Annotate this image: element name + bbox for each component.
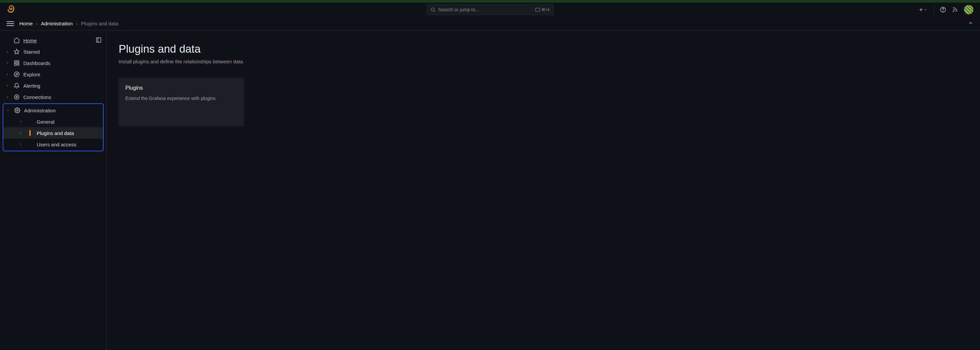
svg-rect-2 [536, 8, 540, 11]
home-icon [13, 37, 20, 43]
page-subtitle: Install plugins and define the relations… [119, 59, 968, 64]
chevron-down-icon [924, 8, 928, 12]
svg-line-1 [434, 11, 435, 12]
svg-marker-16 [16, 73, 18, 75]
sidebar-admin-group: Administration General Plugins and data [3, 103, 103, 151]
sidebar-label: Explore [23, 72, 102, 77]
svg-rect-12 [18, 60, 19, 62]
chevron-right-icon [5, 95, 10, 99]
card-description: Extend the Grafana experience with plugi… [125, 95, 237, 101]
breadcrumbs: Home › Administration › Plugins and data [19, 21, 118, 26]
svg-rect-11 [14, 60, 16, 62]
svg-point-19 [17, 110, 18, 111]
chevron-right-icon [18, 142, 23, 146]
page-title: Plugins and data [119, 43, 968, 55]
sidebar-label: Starred [23, 49, 102, 55]
grafana-logo[interactable] [7, 5, 16, 14]
search-icon [430, 7, 436, 12]
svg-rect-13 [14, 64, 16, 65]
sidebar-item-starred[interactable]: Starred [3, 46, 103, 57]
add-button[interactable] [918, 7, 928, 12]
sidebar-item-administration[interactable]: Administration [3, 105, 103, 116]
compass-icon [13, 72, 20, 77]
sidebar-item-explore[interactable]: Explore [3, 68, 103, 80]
sidebar: Home Starred Dashboards [0, 31, 107, 350]
svg-marker-10 [14, 49, 19, 54]
content: Plugins and data Install plugins and def… [107, 31, 980, 350]
sidebar-sublabel: Users and access [37, 142, 76, 147]
user-avatar[interactable] [964, 5, 973, 14]
svg-point-6 [943, 11, 943, 11]
sidebar-label: Connections [23, 94, 102, 100]
sidebar-item-alerting[interactable]: Alerting [3, 80, 103, 91]
breadcrumb-bar: Home › Administration › Plugins and data [0, 17, 980, 31]
sidebar-item-dashboards[interactable]: Dashboards [3, 57, 103, 68]
bell-icon [13, 83, 20, 89]
chevron-right-icon [18, 131, 23, 135]
sidebar-item-home[interactable]: Home [3, 35, 103, 46]
topbar-accent [0, 0, 980, 3]
search-shortcut: ⌘+k [535, 7, 550, 12]
chevron-right-icon: › [36, 21, 38, 26]
chevron-right-icon [5, 84, 10, 88]
sidebar-item-connections[interactable]: Connections [3, 91, 103, 103]
chevron-right-icon [5, 72, 10, 76]
sidebar-home-label: Home [23, 38, 92, 43]
chevron-right-icon [18, 120, 23, 124]
topbar: Search or jump to... ⌘+k [0, 3, 980, 17]
search-placeholder: Search or jump to... [438, 7, 533, 12]
plugins-card[interactable]: Plugins Extend the Grafana experience wi… [119, 78, 244, 126]
help-button[interactable] [940, 7, 946, 13]
menu-toggle-button[interactable] [6, 21, 15, 27]
breadcrumb-current: Plugins and data [81, 21, 118, 26]
breadcrumb-administration[interactable]: Administration [41, 21, 73, 26]
sidebar-label: Dashboards [23, 60, 102, 66]
svg-rect-14 [18, 64, 19, 65]
link-icon [13, 94, 20, 100]
dock-toggle-icon[interactable] [95, 37, 102, 44]
svg-rect-8 [96, 38, 101, 42]
sidebar-subitem-users-and-access[interactable]: Users and access [3, 138, 103, 150]
sidebar-sublabel: Plugins and data [37, 130, 74, 136]
sidebar-sublabel: General [37, 119, 54, 125]
news-button[interactable] [952, 7, 958, 13]
divider [934, 6, 934, 14]
svg-point-17 [14, 95, 19, 99]
svg-point-0 [431, 8, 434, 11]
sidebar-subitem-plugins-and-data[interactable]: Plugins and data [3, 127, 103, 138]
breadcrumb-home[interactable]: Home [19, 21, 33, 26]
chevron-right-icon [5, 50, 10, 54]
card-title: Plugins [125, 85, 237, 91]
collapse-button[interactable] [968, 20, 973, 27]
chevron-down-icon [5, 108, 11, 112]
sidebar-label: Administration [24, 108, 101, 113]
svg-point-18 [16, 96, 18, 98]
sidebar-subitem-general[interactable]: General [3, 116, 103, 127]
chevron-right-icon: › [76, 21, 78, 26]
gear-icon [14, 107, 21, 113]
svg-point-7 [953, 11, 954, 12]
sidebar-label: Alerting [23, 83, 102, 89]
svg-point-15 [14, 72, 19, 77]
chevron-right-icon [5, 61, 10, 65]
star-icon [13, 49, 20, 55]
search-input[interactable]: Search or jump to... ⌘+k [427, 4, 553, 15]
grid-icon [13, 60, 20, 66]
keyboard-icon [535, 8, 540, 12]
